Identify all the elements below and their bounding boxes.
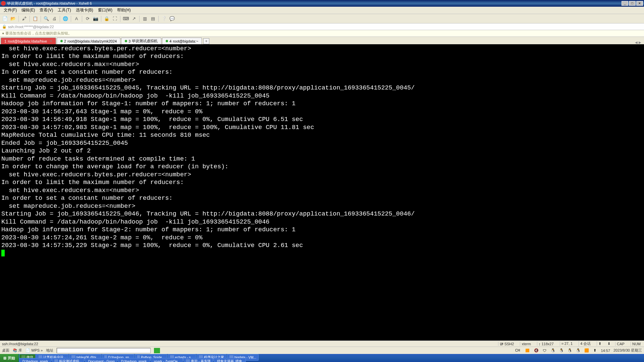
start-button[interactable]: ⊞ 开始 [0, 354, 19, 362]
tile-h-icon[interactable]: ▥ [142, 15, 148, 22]
help-icon[interactable]: ❔ [161, 15, 167, 22]
address-label: 地址 [46, 348, 53, 353]
tab-2[interactable]: 2 root@bigdata:/data/zymk2024 [57, 38, 120, 44]
globe-icon[interactable]: 🌐 [62, 15, 69, 22]
status-connection: ssh://root@bigdata:22 [2, 342, 38, 346]
go-button[interactable] [154, 348, 160, 353]
ime-ch[interactable]: CH [514, 349, 521, 352]
status-cap: CAP [615, 342, 626, 346]
new-session-icon[interactable]: 📄 [2, 15, 8, 22]
terminal-cursor [1, 250, 5, 256]
address-bar[interactable]: 🔒 ssh://root:******@bigdata:22 [0, 23, 644, 30]
clock-date: 2023/8/30 星期三 [613, 348, 642, 353]
menu-help[interactable]: 帮助(H) [115, 7, 133, 14]
menu-tools[interactable]: 工具(T) [56, 7, 73, 14]
tray-icon[interactable]: 🐧 [567, 348, 572, 353]
task-button[interactable]: 毕设测试虚拟... [52, 358, 84, 362]
session-tabs: 1 root@bigdata:/data/hive ✕ 2 root@bigda… [0, 37, 644, 44]
minimize-button[interactable]: _ [622, 1, 628, 6]
ime-s[interactable]: 🟧 [524, 349, 530, 352]
menu-bar: 文件(F) 编辑(E) 查看(V) 工具(T) 选项卡(B) 窗口(W) 帮助(… [0, 7, 644, 14]
hint-bar: ● 要添加当前会话，点击左侧的箭头按钮。 [0, 30, 644, 37]
terminal-output[interactable]: set hive.exec.reducers.bytes.per.reducer… [0, 44, 644, 341]
task-button[interactable]: 猎食主漫画_猎食... [214, 358, 246, 362]
window-title: 毕设测试虚拟机 - root@bigdata:/data/hive - Xshe… [7, 1, 92, 6]
tray-icon[interactable]: 🐧 [576, 348, 581, 353]
screenshot-icon[interactable]: 📷 [92, 15, 99, 22]
clock-time: 14:57 [601, 349, 610, 353]
tray-icon[interactable]: 🟧 [584, 348, 589, 353]
tray-icon[interactable]: 🐧 [559, 348, 564, 353]
status-protocol: 🖳 SSH2 [498, 342, 516, 346]
status-size: ↕ 118x27 [537, 342, 555, 346]
tray-icon[interactable]: 🐧 [550, 348, 555, 353]
refresh-icon[interactable]: ⟳ [84, 15, 91, 22]
status-term: xterm [520, 342, 532, 346]
menu-edit[interactable]: 编辑(E) [19, 7, 37, 14]
status-bar: ssh://root@bigdata:22 🖳 SSH2 xterm ↕ 118… [0, 341, 644, 347]
tray-icon[interactable]: ⬆ [592, 348, 597, 353]
connected-dot-icon [166, 40, 168, 42]
window-titlebar: 毕设测试虚拟机 - root@bigdata:/data/hive - Xshe… [0, 0, 644, 7]
tab-3[interactable]: 3 毕设测试虚拟机 [121, 38, 161, 44]
maximize-button[interactable]: □ [629, 1, 636, 6]
copy-icon[interactable]: 📋 [32, 15, 39, 22]
windows-taskbar: ⊞ 开始 微信 计算机毕业设... tables06 @hi... D:\had… [0, 354, 644, 362]
connected-dot-icon [60, 40, 63, 42]
xshell-icon [1, 1, 6, 6]
tray-icon[interactable]: 🛡 [542, 348, 547, 353]
open-session-icon[interactable]: 📂 [10, 15, 16, 22]
menu-file[interactable]: 文件(F) [2, 7, 19, 14]
menu-tabs[interactable]: 选项卡(B) [74, 7, 95, 14]
toolbar: 📄 📂 🖍 📋 🔍 🖨 🌐 A ⟳ 📷 🔒 ⛶ ⌨ ↗ ▥ ▤ ❔ 💬 [0, 14, 644, 23]
status-up-icon[interactable]: ⬆ [597, 342, 603, 346]
highlight-icon[interactable]: 🖍 [21, 15, 28, 22]
task-button[interactable]: spark - ZymkDe... [151, 358, 183, 362]
desktop-label[interactable]: 桌面 [2, 348, 9, 353]
fullscreen-icon[interactable]: ⛶ [111, 15, 118, 22]
task-button[interactable]: D:\hadoop_spark... [19, 358, 51, 362]
library-label[interactable]: 📚 库 [13, 348, 22, 353]
search-icon[interactable]: 🔍 [43, 15, 50, 22]
keyboard-icon[interactable]: ⌨ [122, 15, 129, 22]
arrow-icon[interactable]: ↗ [130, 15, 137, 22]
close-icon[interactable]: ✕ [50, 39, 52, 43]
status-num: NUM [631, 342, 642, 346]
font-icon[interactable]: A [73, 15, 80, 22]
task-button[interactable]: D:\hadoop_spark... [118, 358, 150, 362]
print-icon[interactable]: 🖨 [51, 15, 58, 22]
add-tab-button[interactable]: + [203, 38, 209, 44]
chat-icon[interactable]: 💬 [169, 15, 175, 22]
windows-logo-icon: ⊞ [3, 356, 6, 360]
tab-1[interactable]: 1 root@bigdata:/data/hive ✕ [1, 38, 56, 44]
tab-scroll-arrows[interactable]: ◀ ▶ [633, 41, 643, 44]
tile-v-icon[interactable]: ▤ [150, 15, 156, 22]
menu-view[interactable]: 查看(V) [38, 7, 55, 14]
task-button[interactable]: 悬羽 - 葛东琪 [183, 358, 213, 362]
tray-icon[interactable]: 🔇 [534, 348, 539, 353]
connected-dot-icon [125, 40, 127, 42]
close-button[interactable]: ✕ [636, 1, 643, 6]
desktop-address-input[interactable] [57, 348, 151, 353]
address-text: ssh://root:******@bigdata:22 [8, 25, 54, 29]
status-pos: ⌗ 27, 1 [560, 342, 574, 346]
desktop-toolbar: 桌面 📚 库 📄 WPS » 地址 CH 🟧 🔇 🛡 🐧 🐧 🐧 🐧 🟧 ⬆ 1… [0, 347, 644, 354]
menu-window[interactable]: 窗口(W) [96, 7, 114, 14]
lock-icon[interactable]: 🔒 [103, 15, 110, 22]
tab-4[interactable]: 4 root@bigdata:~ [162, 38, 202, 44]
hint-text: ● 要添加当前会话，点击左侧的箭头按钮。 [2, 31, 72, 36]
status-sessions: 4 会话 [579, 341, 592, 346]
task-button[interactable]: Document - Goog... [85, 358, 117, 362]
wps-label[interactable]: 📄 WPS » [25, 348, 43, 353]
status-down-icon[interactable]: ⬇ [607, 342, 610, 346]
